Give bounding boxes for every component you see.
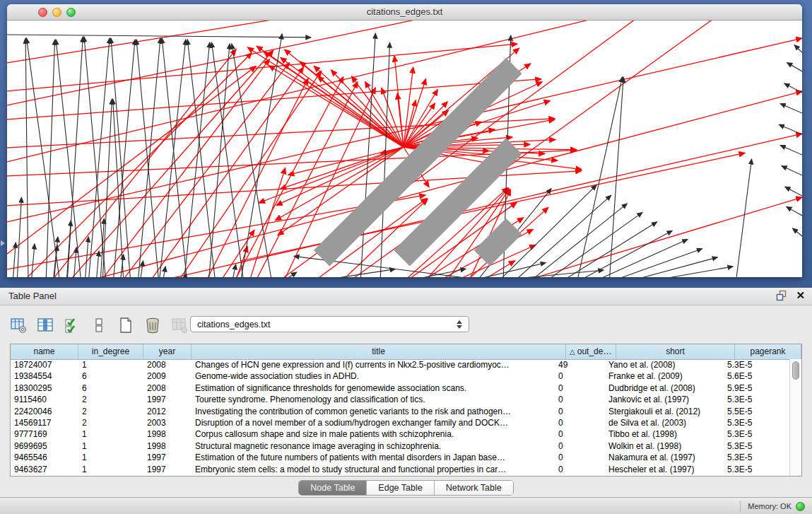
table-body: 1872400712008Changes of HCN gene express…: [11, 359, 790, 476]
table-cell: Corpus callosum shape and size in male p…: [192, 428, 555, 440]
table-panel-header: Table Panel ✕: [0, 288, 812, 305]
table-cell: 14569117: [11, 417, 78, 428]
network-view-window[interactable]: citations_edges.txt: [7, 4, 802, 277]
table-cell: 1: [78, 464, 143, 475]
table-panel: Table Panel ✕: [0, 288, 812, 497]
table-cell: Estimation of significance thresholds fo…: [192, 382, 555, 394]
table-cell: 5.3E-5: [724, 428, 790, 440]
show-column-icon[interactable]: [37, 317, 54, 334]
column-header-title[interactable]: title: [192, 344, 566, 359]
column-header-name[interactable]: name: [11, 344, 78, 359]
table-cell: 0: [555, 440, 605, 452]
table-cell: 1997: [143, 464, 192, 475]
memory-status-indicator[interactable]: [796, 502, 805, 511]
table-cell: 0: [555, 382, 605, 394]
statusbar-separator: [740, 501, 741, 512]
table-cell: 1997: [143, 394, 192, 405]
table-panel-title: Table Panel: [8, 291, 57, 301]
table-cell: Yano et al. (2008): [605, 359, 724, 370]
table-cell: 22420046: [11, 406, 78, 417]
table-cell: 2012: [143, 406, 192, 417]
table-cell: 1: [78, 440, 143, 452]
network-window-titlebar[interactable]: citations_edges.txt: [7, 4, 802, 21]
table-cell: 49: [555, 359, 605, 370]
table-cell: 9699695: [11, 440, 78, 452]
tab-node-table[interactable]: Node Table: [299, 481, 367, 495]
table-cell: 5.9E-5: [724, 382, 790, 394]
table-cell: 0: [555, 417, 605, 428]
node-table: namein_degreeyeartitle△out_de…shortpager…: [10, 344, 802, 477]
column-header-in_degree[interactable]: in_degree: [78, 344, 143, 359]
tab-network-table[interactable]: Network Table: [435, 481, 513, 495]
table-type-tabs: Node TableEdge TableNetwork Table: [0, 480, 812, 496]
table-cell: 1: [78, 428, 143, 440]
table-cell: 0: [555, 394, 605, 405]
table-cell: 9115460: [11, 394, 78, 405]
table-cell: 6: [78, 370, 143, 382]
column-header-year[interactable]: year: [143, 344, 192, 359]
table-cell: Investigating the contribution of common…: [192, 406, 555, 417]
application-desktop: citations_edges.txt: [0, 0, 812, 288]
table-cell: 0: [555, 406, 605, 417]
table-cell: Dudbridge et al. (2008): [605, 382, 724, 394]
close-panel-icon[interactable]: ✕: [796, 290, 805, 301]
dropdown-arrows-icon: [453, 320, 469, 329]
table-row[interactable]: 2242004622012Investigating the contribut…: [11, 406, 790, 417]
table-cell: 1998: [143, 440, 192, 452]
table-cell: 5.3E-5: [724, 440, 790, 452]
column-header-out_de[interactable]: △out_de…: [566, 344, 616, 359]
table-cell: Nakamura et al. (1997): [605, 452, 724, 463]
float-panel-icon[interactable]: [776, 290, 787, 301]
table-cell: 0: [555, 464, 605, 475]
delete-table-icon: [171, 317, 188, 334]
window-resize-grip[interactable]: [7, 21, 799, 274]
table-cell: 0: [555, 428, 605, 440]
table-cell: 2009: [143, 370, 192, 382]
network-window-title: citations_edges.txt: [7, 6, 802, 17]
table-cell: 1997: [143, 452, 192, 463]
column-header-pagerank[interactable]: pagerank: [735, 344, 801, 359]
table-row[interactable]: 1938455462009Genome-wide association stu…: [11, 370, 790, 382]
table-row[interactable]: 911546021997Tourette syndrome. Phenomeno…: [11, 394, 790, 405]
table-cell: 2: [78, 394, 143, 405]
table-cell: 18300295: [11, 382, 78, 394]
table-cell: 5.5E-5: [724, 406, 790, 417]
table-cell: Franke et al. (2009): [605, 370, 724, 382]
table-cell: Changes of HCN gene expression and I(f) …: [192, 359, 555, 370]
table-row[interactable]: 946554611997Estimation of the future num…: [11, 452, 790, 463]
table-vertical-scrollbar[interactable]: [789, 359, 801, 476]
table-cell: 2: [78, 406, 143, 417]
table-selector-dropdown[interactable]: citations_edges.txt: [190, 316, 469, 332]
table-cell: de Silva et al. (2003): [605, 417, 724, 428]
table-cell: 9777169: [11, 428, 78, 440]
table-row[interactable]: 969969511998Structural magnetic resonanc…: [11, 440, 790, 452]
table-settings-icon[interactable]: [10, 317, 27, 334]
table-cell: 1: [78, 359, 143, 370]
column-header-short[interactable]: short: [616, 344, 735, 359]
table-cell: 5.3E-5: [724, 464, 790, 475]
new-table-icon[interactable]: [117, 317, 134, 334]
toggle-rows-icon[interactable]: [90, 317, 107, 334]
table-row[interactable]: 977716911998Corpus callosum shape and si…: [11, 428, 790, 440]
table-cell: Wolkin et al. (1998): [605, 440, 724, 452]
select-columns-icon[interactable]: [64, 317, 81, 334]
table-cell: 5.3E-5: [724, 359, 790, 370]
table-cell: Jankovic et al. (1997): [605, 394, 724, 405]
table-cell: 2008: [143, 359, 192, 370]
table-cell: Tibbo et al. (1998): [605, 428, 724, 440]
table-cell: Structural magnetic resonance image aver…: [192, 440, 555, 452]
delete-entries-icon[interactable]: [144, 317, 161, 334]
table-cell: 18724007: [11, 359, 78, 370]
table-row[interactable]: 946362711997Embryonic stem cells: a mode…: [11, 464, 790, 475]
table-row[interactable]: 1872400712008Changes of HCN gene express…: [11, 359, 790, 370]
table-row[interactable]: 1456911722003Disruption of a novel membe…: [11, 417, 790, 428]
panel-collapse-arrow[interactable]: [1, 240, 5, 246]
scrollbar-thumb[interactable]: [792, 361, 799, 380]
table-row[interactable]: 1830029562008Estimation of significance …: [11, 382, 790, 394]
table-cell: Embryonic stem cells: a model to study s…: [192, 464, 555, 475]
tab-edge-table[interactable]: Edge Table: [367, 481, 434, 495]
table-cell: 6: [78, 382, 143, 394]
table-cell: 5.3E-5: [724, 452, 790, 463]
network-canvas[interactable]: [7, 21, 802, 277]
table-cell: 2: [78, 417, 143, 428]
